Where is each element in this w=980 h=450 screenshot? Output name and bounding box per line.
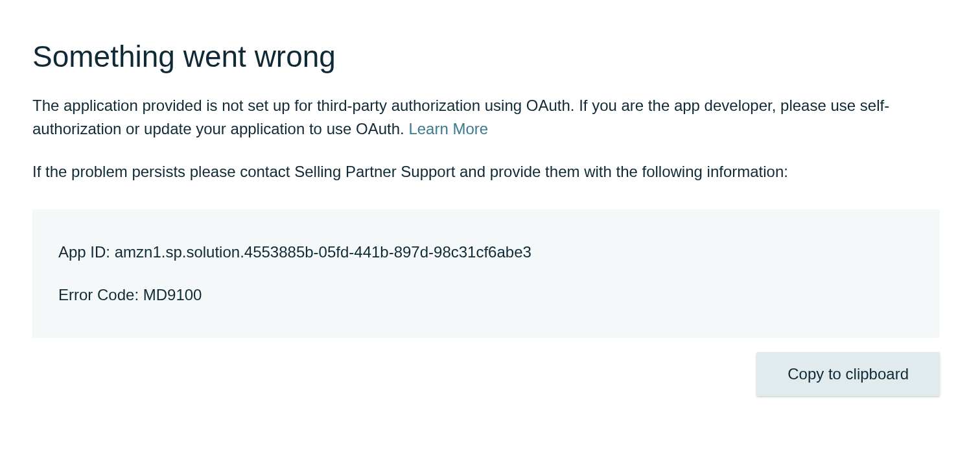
copy-to-clipboard-button[interactable]: Copy to clipboard [756,352,940,396]
app-id-line: App ID: amzn1.sp.solution.4553885b-05fd-… [58,241,914,264]
page-title: Something went wrong [32,39,940,75]
error-info-box: App ID: amzn1.sp.solution.4553885b-05fd-… [32,209,940,338]
error-description: The application provided is not set up f… [32,94,940,141]
persist-instructions: If the problem persists please contact S… [32,160,940,184]
error-code-line: Error Code: MD9100 [58,283,914,307]
button-row: Copy to clipboard [32,352,940,396]
error-page: Something went wrong The application pro… [32,39,940,396]
learn-more-link[interactable]: Learn More [408,120,488,137]
